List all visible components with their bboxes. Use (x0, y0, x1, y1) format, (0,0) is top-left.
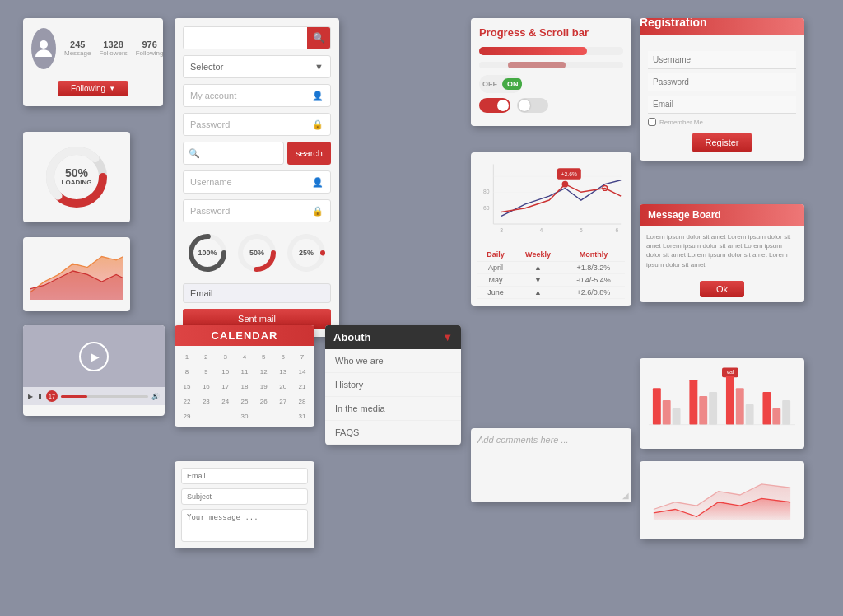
remember-me-label: Remember Me (659, 119, 703, 126)
message-label: Message (64, 49, 91, 57)
row-value: +1.8/3.2% (562, 262, 625, 274)
search-button[interactable]: search (287, 142, 331, 165)
resize-handle[interactable]: ◢ (622, 491, 629, 500)
svg-point-0 (40, 40, 48, 49)
registration-title: Registration (640, 18, 804, 35)
lock2-icon: 🔒 (312, 206, 324, 217)
svg-rect-39 (762, 392, 771, 425)
toggle-on-label: ON (502, 78, 522, 90)
gauge-50: 50% (235, 231, 278, 274)
register-button[interactable]: Register (692, 133, 752, 152)
loading-label: LOADING (62, 180, 92, 187)
top-search-bar[interactable]: 🔍 (183, 26, 331, 49)
svg-text:5: 5 (580, 227, 583, 233)
row-direction: ▲ (514, 262, 562, 274)
svg-rect-31 (663, 400, 671, 425)
svg-text:80: 80 (483, 189, 490, 194)
toggle-off-label: OFF (479, 80, 501, 88)
ok-button[interactable]: Ok (700, 281, 744, 297)
row-value: +2.6/0.8% (562, 287, 625, 299)
area-chart-card (640, 461, 804, 539)
email-label: Email (190, 288, 213, 298)
svg-text:3: 3 (500, 227, 503, 233)
search-input-container[interactable]: 🔍 (183, 142, 284, 165)
password-label: Password (190, 119, 230, 129)
username-field[interactable]: Username 👤 (183, 170, 331, 194)
pause-icon[interactable]: ⏸ (36, 393, 43, 400)
donut-chart: 50% LOADING (44, 144, 109, 210)
line-chart-svg: 60 80 +2.6% 3 4 5 6 (477, 159, 625, 241)
top-search-button[interactable]: 🔍 (307, 27, 330, 49)
video-progress-bar[interactable] (61, 395, 148, 398)
password-field[interactable]: Password 🔒 (183, 113, 331, 136)
table-row: June ▲ +2.6/0.8% (477, 287, 625, 299)
about-chevron-icon: ▼ (442, 331, 453, 343)
about-item-history[interactable]: History (325, 373, 461, 397)
remember-me-checkbox[interactable] (648, 118, 656, 126)
top-search-input[interactable] (184, 27, 307, 49)
search-icon: 🔍 (189, 148, 200, 159)
profile-card: 245 Message 1328 Followers 976 Following… (23, 18, 163, 106)
selector-label: Selector (190, 62, 223, 72)
subject-input[interactable] (181, 488, 308, 505)
email-input[interactable] (181, 468, 308, 484)
svg-rect-37 (736, 388, 744, 425)
toggle-onoff[interactable]: OFF ON (479, 75, 522, 93)
loading-percent: 50% (65, 166, 88, 180)
remember-me-row: Remember Me (648, 118, 796, 126)
selector-dropdown[interactable]: Selector ▼ (183, 55, 331, 78)
progress-fill (479, 47, 587, 55)
toggle-on-small[interactable] (479, 98, 510, 113)
table-row: April ▲ +1.8/3.2% (477, 262, 625, 274)
svg-rect-30 (653, 388, 661, 425)
play-icon[interactable]: ▶ (28, 393, 33, 400)
about-item-media[interactable]: In the media (325, 397, 461, 421)
chevron-down-icon: ▼ (314, 62, 324, 72)
main-search-input[interactable] (203, 148, 278, 158)
gauge-25: 25% (285, 231, 328, 274)
mini-chart-svg (28, 242, 125, 300)
bar-chart-card: val (640, 358, 804, 449)
username-label: Username (190, 177, 232, 187)
following-label: Following (136, 49, 164, 57)
svg-rect-34 (699, 396, 707, 425)
cal-week-1: 1 2 3 4 5 6 7 (178, 349, 311, 364)
following-count: 976 (136, 40, 164, 49)
message-textarea[interactable] (181, 509, 308, 542)
col-monthly: Monthly (562, 248, 625, 262)
svg-point-19 (562, 181, 569, 188)
toggle-off-small[interactable] (517, 98, 548, 113)
account-field[interactable]: My account 👤 (183, 84, 331, 107)
password2-label: Password (190, 206, 230, 216)
registration-form: Remember Me Register (640, 43, 804, 161)
about-item-faqs[interactable]: FAQS (325, 421, 461, 445)
svg-text:+2.6%: +2.6% (561, 171, 577, 177)
table-row: May ▼ -0.4/-5.4% (477, 274, 625, 287)
area-chart-svg (645, 466, 799, 524)
video-screen[interactable] (23, 325, 165, 387)
reg-password-input[interactable] (648, 73, 796, 91)
svg-text:60: 60 (483, 205, 490, 211)
password2-field[interactable]: Password 🔒 (183, 199, 331, 222)
line-chart-area: 60 80 +2.6% 3 4 5 6 (477, 159, 625, 241)
controls-card: 🔍 Selector ▼ My account 👤 Password 🔒 🔍 s… (175, 18, 339, 337)
volume-icon[interactable]: 🔊 (151, 393, 160, 400)
row-direction: ▲ (514, 287, 562, 299)
reg-email-input[interactable] (648, 96, 796, 114)
message-board-title: Message Board (640, 204, 804, 226)
about-header: Abouth ▼ (325, 325, 461, 349)
svg-rect-32 (673, 408, 681, 425)
message-board-card: Message Board Lorem ipsum dolor sit amet… (640, 204, 804, 302)
scrollbar[interactable] (479, 62, 623, 68)
about-item-who[interactable]: Who we are (325, 349, 461, 373)
email-display: Email (183, 283, 331, 303)
play-button[interactable] (79, 342, 109, 371)
reg-username-input[interactable] (648, 51, 796, 69)
follow-button[interactable]: Following ▼ (58, 81, 128, 96)
followers-count: 1328 (99, 40, 127, 49)
row-value: -0.4/-5.4% (562, 274, 625, 287)
progress-card: Progress & Scroll bar OFF ON (471, 18, 631, 126)
progress-bar[interactable] (479, 47, 623, 55)
progress-title: Progress & Scroll bar (479, 26, 623, 39)
message-count: 245 (64, 40, 91, 49)
